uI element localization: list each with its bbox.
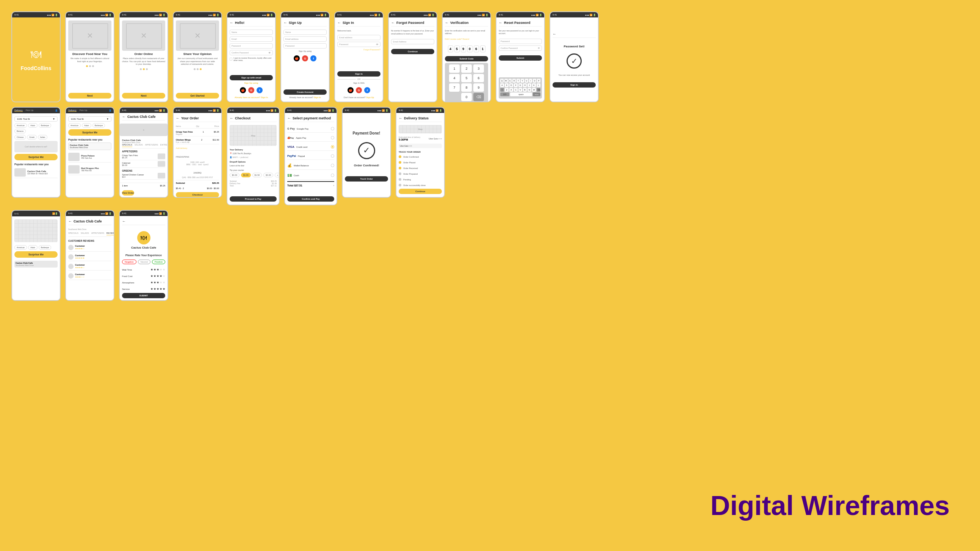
map-surprise-button[interactable]: Surprise Me	[14, 251, 57, 258]
delivery-continue-button[interactable]: Continue	[399, 189, 442, 194]
featured-restaurant[interactable]: Cactus Club Cafe Southwest Web Drive	[68, 142, 111, 150]
kb-123[interactable]: 123	[500, 92, 509, 96]
signup-link-text[interactable]: Sign Up	[366, 96, 374, 99]
menu-item-2[interactable]: Calamari $9.00	[122, 160, 165, 168]
kb-o[interactable]: O	[533, 79, 536, 83]
cash-radio[interactable]	[331, 174, 334, 177]
submit-code-button[interactable]: Submit Code	[445, 56, 488, 61]
reviews-tab-appetizers[interactable]: APPETIZERS	[91, 232, 104, 235]
key-9[interactable]: 9	[473, 83, 484, 92]
apple-icon[interactable]: 🍎	[240, 87, 246, 93]
menu-tab-entrees[interactable]: ENTREES	[160, 143, 167, 147]
passwordset-signin-button[interactable]: Sign In	[552, 82, 596, 88]
rest-item-3[interactable]: Red Dragon Pho 789 Pine Rd	[68, 164, 111, 175]
kb-x[interactable]: X	[509, 88, 513, 92]
reset-confirm-field[interactable]: Confirm Password 👁	[499, 46, 542, 51]
rate-atmosphere-stars[interactable]: ★ ★ ★ ★ ★	[150, 281, 165, 284]
tip-custom[interactable]: +	[275, 173, 279, 177]
onboard3-start-button[interactable]: Get Started	[176, 93, 219, 99]
payment-apple[interactable]: 🍎Pay Apple Pay	[287, 134, 334, 142]
hello-terms-checkbox[interactable]	[230, 57, 232, 61]
home2-surprise-button[interactable]: Surprise Me	[68, 129, 111, 136]
signin-pass-field[interactable]: Password 👁	[337, 42, 380, 47]
otp-box-2[interactable]: 5	[454, 46, 460, 52]
proceed-pay-button[interactable]: Proceed to Pay	[230, 196, 277, 202]
payment-visa[interactable]: VISA Credit card	[287, 143, 334, 151]
key-2[interactable]: 2	[461, 64, 472, 73]
signin-facebook-icon[interactable]: f	[364, 87, 370, 93]
delivery-back-arrow[interactable]: ←	[399, 116, 402, 120]
otp-box-6[interactable]: 1	[480, 46, 485, 52]
passwordset-back-arrow[interactable]: ←	[552, 32, 556, 36]
kb-z[interactable]: Z	[505, 88, 509, 92]
signup-facebook-icon[interactable]: f	[310, 55, 317, 61]
kb-g[interactable]: G	[519, 83, 522, 87]
kb-return[interactable]: return	[533, 92, 540, 96]
chip-negative[interactable]: Negative	[122, 260, 137, 264]
signup-google-icon[interactable]: G	[302, 55, 308, 61]
tip-3[interactable]: $2.00	[263, 173, 273, 177]
hello-eye-icon[interactable]: 👁	[268, 51, 271, 54]
gpay-radio[interactable]	[331, 127, 334, 131]
payment-wallet[interactable]: 💰 Wallet Balance	[287, 161, 334, 170]
hello-signup-email-button[interactable]: Sign up with email	[230, 75, 273, 80]
rate-foodcost-stars[interactable]: ★ ★ ★ ★ ★	[150, 274, 165, 278]
kb-t[interactable]: T	[517, 79, 520, 83]
kb-a[interactable]: A	[500, 83, 504, 87]
wallet-radio[interactable]	[331, 164, 334, 167]
h2-cat-2[interactable]: Asian	[82, 123, 91, 128]
signin-apple-icon[interactable]: 🍎	[347, 87, 353, 93]
cat-bbq[interactable]: Barbeque	[39, 123, 51, 128]
tip-2[interactable]: $1.50	[252, 173, 262, 177]
kb-r[interactable]: R	[512, 79, 516, 83]
cat-asian[interactable]: Asian	[28, 123, 38, 128]
payment-back-arrow[interactable]: ←	[287, 116, 291, 120]
kb-m[interactable]: M	[532, 88, 536, 92]
view-order-button[interactable]: View Order	[122, 190, 134, 196]
kb-w[interactable]: W	[504, 79, 508, 83]
payment-cash[interactable]: 💵 Cash	[287, 171, 334, 180]
h2-cat-3[interactable]: Barbeque	[92, 123, 105, 128]
signin-email-field[interactable]: Email address	[337, 35, 380, 40]
home2-pickup-tab[interactable]: Pick Up	[80, 109, 88, 112]
reset-back-arrow[interactable]: ←	[499, 21, 503, 25]
reviews-back-arrow[interactable]: ←	[68, 219, 72, 223]
hello-confirm-field[interactable]: Confirm Password 👁	[230, 50, 273, 55]
map-cat-3[interactable]: Barbeque	[39, 245, 51, 250]
otp-box-4[interactable]: 0	[467, 46, 473, 52]
menu-back-arrow[interactable]: ←	[122, 115, 126, 119]
otp-box-1[interactable]: 4	[448, 46, 453, 52]
signup-back-arrow[interactable]: ←	[283, 21, 287, 25]
menu-item-3[interactable]: Spiced Chicken Caesar $14	[122, 172, 165, 180]
payment-paypal[interactable]: PayPal Paypal	[287, 152, 334, 160]
onboard1-next-button[interactable]: Next	[68, 93, 111, 99]
otp-box-5[interactable]: 6	[474, 46, 479, 52]
checkout-back-arrow[interactable]: ←	[230, 116, 234, 120]
home-address-bar[interactable]: 1101 71st St ▼	[14, 116, 57, 122]
home2-delivery-tab[interactable]: Delivery	[68, 109, 76, 112]
key-1[interactable]: 1	[449, 64, 460, 73]
kb-p[interactable]: P	[537, 79, 540, 83]
onboard2-next-button[interactable]: Next	[122, 93, 165, 99]
reviews-tab-reviews[interactable]: REVIEWS	[107, 232, 114, 235]
checkout-button[interactable]: Checkout	[176, 192, 219, 197]
delivery-tab[interactable]: Delivery	[14, 109, 23, 112]
forgot-back-arrow[interactable]: ←	[391, 21, 395, 25]
h2-cat-1[interactable]: American	[68, 123, 81, 128]
reset-new-pass-field[interactable]: Password	[499, 39, 542, 44]
chip-neutral[interactable]: Neutral	[138, 260, 150, 264]
signin-back-arrow[interactable]: ←	[337, 21, 341, 25]
order-back-arrow[interactable]: ←	[176, 116, 180, 120]
create-account-button[interactable]: Create Account	[283, 89, 327, 95]
key-3[interactable]: 3	[473, 64, 484, 73]
reset-submit-button[interactable]: Submit	[499, 55, 542, 61]
cat-italian[interactable]: Italian	[38, 135, 48, 139]
kb-n[interactable]: N	[528, 88, 531, 92]
verification-back-arrow[interactable]: ←	[445, 21, 449, 25]
pickup-tab[interactable]: Pick Up	[26, 109, 34, 112]
key-0[interactable]: 0	[461, 93, 472, 101]
hello-pass-field[interactable]: Password	[230, 43, 273, 48]
kb-l[interactable]: L	[537, 83, 540, 87]
key-7[interactable]: 7	[449, 83, 460, 92]
rest-item-2[interactable]: Pizza Palace 456 Oak Ave	[68, 151, 111, 162]
